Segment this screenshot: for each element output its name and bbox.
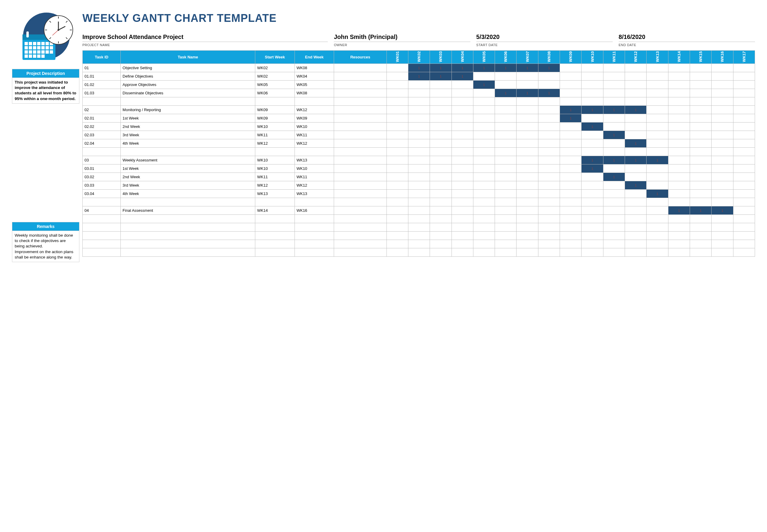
gantt-cell	[473, 173, 495, 181]
gantt-cell	[625, 198, 647, 206]
cell-end: WK10	[295, 164, 334, 173]
gantt-cell	[473, 156, 495, 164]
gantt-cell: 1	[647, 156, 668, 164]
gantt-cell	[452, 198, 473, 206]
cell-start: WK02	[255, 64, 295, 72]
gantt-cell: 1	[582, 156, 603, 164]
cell-resources	[334, 164, 386, 173]
gantt-cell	[625, 240, 647, 248]
gantt-cell	[560, 223, 582, 232]
gantt-cell: 1	[517, 64, 538, 72]
cell-resources	[334, 223, 386, 232]
gantt-cell	[690, 97, 711, 106]
col-week: WK03	[430, 51, 452, 64]
table-row	[83, 215, 755, 223]
gantt-cell	[452, 248, 473, 257]
gantt-cell	[538, 248, 560, 257]
cell-name	[121, 215, 255, 223]
gantt-cell	[582, 81, 603, 89]
gantt-cell	[690, 123, 711, 131]
table-row	[83, 148, 755, 156]
gantt-cell	[668, 72, 690, 81]
gantt-cell	[712, 232, 733, 240]
gantt-cell	[603, 97, 625, 106]
cell-end	[295, 97, 334, 106]
cell-name	[121, 223, 255, 232]
gantt-cell	[386, 164, 408, 173]
gantt-cell	[430, 81, 452, 89]
gantt-cell	[408, 181, 430, 190]
gantt-cell	[647, 240, 668, 248]
gantt-cell	[517, 131, 538, 139]
gantt-cell	[517, 156, 538, 164]
svg-rect-13	[29, 46, 32, 49]
gantt-cell	[603, 164, 625, 173]
gantt-cell	[386, 215, 408, 223]
gantt-cell	[473, 131, 495, 139]
svg-rect-19	[25, 50, 28, 54]
cell-resources	[334, 114, 386, 123]
gantt-cell	[560, 148, 582, 156]
gantt-cell	[668, 81, 690, 89]
gantt-cell	[690, 131, 711, 139]
cell-id	[83, 198, 121, 206]
gantt-cell	[733, 223, 755, 232]
gantt-cell	[582, 206, 603, 215]
gantt-cell	[690, 248, 711, 257]
gantt-cell	[517, 215, 538, 223]
gantt-cell	[712, 223, 733, 232]
gantt-cell	[408, 106, 430, 114]
cell-name: Define Objectives	[121, 72, 255, 81]
gantt-cell	[733, 139, 755, 148]
gantt-cell	[430, 181, 452, 190]
gantt-cell	[495, 215, 517, 223]
gantt-cell	[603, 81, 625, 89]
gantt-cell	[538, 173, 560, 181]
cell-start	[255, 198, 295, 206]
table-row: 02.033rd WeekWK11WK111	[83, 131, 755, 139]
gantt-cell	[386, 232, 408, 240]
cell-id: 04	[83, 206, 121, 215]
table-row: 03Weekly AssessmentWK10WK131111	[83, 156, 755, 164]
gantt-cell	[452, 156, 473, 164]
remarks-header: Remarks	[12, 222, 79, 231]
table-row: 02.022nd WeekWK10WK101	[83, 123, 755, 131]
gantt-cell	[733, 72, 755, 81]
gantt-cell	[560, 164, 582, 173]
cell-start: WK09	[255, 114, 295, 123]
cell-id: 01.01	[83, 72, 121, 81]
gantt-cell	[690, 164, 711, 173]
gantt-cell	[712, 190, 733, 198]
gantt-cell: 1	[408, 64, 430, 72]
gantt-cell	[473, 181, 495, 190]
gantt-cell	[517, 139, 538, 148]
gantt-cell	[603, 123, 625, 131]
gantt-cell	[408, 240, 430, 248]
gantt-cell	[647, 173, 668, 181]
gantt-cell	[733, 164, 755, 173]
gantt-cell	[386, 89, 408, 97]
gantt-cell	[733, 240, 755, 248]
svg-rect-15	[37, 46, 40, 49]
gantt-cell	[668, 248, 690, 257]
cell-resources	[334, 106, 386, 114]
gantt-cell	[386, 72, 408, 81]
cell-start	[255, 148, 295, 156]
cell-id	[83, 215, 121, 223]
gantt-cell: 1	[495, 64, 517, 72]
gantt-cell	[560, 89, 582, 97]
gantt-cell	[408, 215, 430, 223]
cell-end: WK12	[295, 139, 334, 148]
gantt-cell	[668, 232, 690, 240]
cell-resources	[334, 131, 386, 139]
svg-rect-5	[25, 42, 28, 45]
col-week: WK10	[582, 51, 603, 64]
gantt-cell	[452, 190, 473, 198]
gantt-cell	[538, 81, 560, 89]
gantt-cell	[603, 206, 625, 215]
cell-end: WK16	[295, 206, 334, 215]
gantt-cell	[452, 148, 473, 156]
gantt-cell	[712, 248, 733, 257]
project-name-value: Improve School Attendance Project	[82, 34, 328, 42]
gantt-cell	[538, 232, 560, 240]
